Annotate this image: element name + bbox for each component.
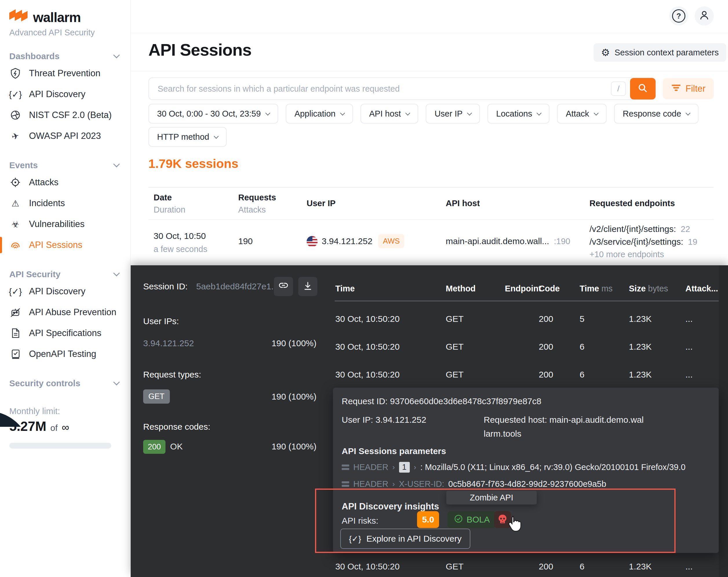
response-code-stat: 190 (100%) bbox=[271, 442, 316, 451]
user-ip-filter[interactable]: User IP bbox=[426, 104, 480, 124]
attack-filter[interactable]: Attack bbox=[557, 104, 606, 124]
sidebar-item-api-discovery[interactable]: {✓} API Discovery bbox=[9, 84, 130, 105]
api-host-filter[interactable]: API host bbox=[361, 104, 418, 124]
sidebar-item-label: NIST CSF 2.0 (Beta) bbox=[29, 110, 111, 120]
user-ip-value: 3.94.121.252 bbox=[143, 338, 194, 348]
http-method-filter[interactable]: HTTP method bbox=[148, 127, 227, 147]
section-label: API Security bbox=[9, 269, 60, 279]
person-icon bbox=[698, 9, 710, 22]
response-code-filter[interactable]: Response code bbox=[614, 104, 699, 124]
user-ips-label: User IPs: bbox=[143, 316, 179, 326]
sidebar-item-label: OpenAPI Testing bbox=[29, 349, 96, 359]
brand-subtitle: Advanced API Security bbox=[9, 28, 130, 37]
request-row[interactable]: 30 Oct, 10:50:20 GET 200 6 1.23K ... bbox=[335, 370, 719, 382]
sidebar: wallarm Advanced API Security Dashboards… bbox=[0, 0, 131, 577]
chevron-right-icon: › bbox=[392, 463, 395, 472]
cursor-pointer-icon bbox=[506, 515, 523, 535]
sidebar-item-threat-prevention[interactable]: Threat Prevention bbox=[9, 63, 130, 84]
search-input[interactable] bbox=[157, 84, 611, 94]
help-button[interactable]: ? bbox=[669, 6, 688, 26]
sidebar-section-api-security[interactable]: API Security bbox=[9, 268, 130, 281]
chevron-down-icon bbox=[594, 111, 598, 116]
shutter-icon bbox=[9, 109, 22, 121]
sidebar-item-api-specifications[interactable]: API Specifications bbox=[9, 323, 130, 344]
sidebar-section-dashboards[interactable]: Dashboards bbox=[9, 50, 130, 63]
cell-time-ms: 6 bbox=[580, 342, 584, 352]
divider bbox=[335, 301, 719, 301]
filter-chip-row-1: 30 Oct, 0:00 - 30 Oct, 23:59 Application… bbox=[148, 104, 698, 124]
chevron-down-icon bbox=[214, 134, 218, 139]
user-ip-stat: 190 (100%) bbox=[271, 338, 316, 348]
sidebar-section-security-controls[interactable]: Security controls bbox=[9, 377, 130, 390]
bola-badge[interactable]: BOLA bbox=[447, 511, 496, 528]
filter-button[interactable]: Filter bbox=[663, 78, 714, 99]
col-code: Code bbox=[539, 284, 560, 294]
scrollbar-gutter[interactable] bbox=[719, 265, 728, 577]
download-button[interactable] bbox=[298, 277, 317, 296]
session-context-parameters-button[interactable]: ⚙ Session context parameters bbox=[594, 43, 726, 62]
cell-method: GET bbox=[446, 314, 464, 324]
chip-label: User IP bbox=[435, 109, 463, 119]
braces-check-icon: {✓} bbox=[349, 534, 361, 544]
monthly-limit-label: Monthly limit: bbox=[9, 406, 130, 416]
application-filter[interactable]: Application bbox=[286, 104, 353, 124]
session-user-ip[interactable]: 3.94.121.252 bbox=[322, 236, 372, 246]
sidebar-item-label: API Specifications bbox=[29, 328, 101, 338]
api-discovery-insights-title: API Discovery insights bbox=[342, 501, 439, 512]
col-time-ms-unit: ms bbox=[601, 284, 613, 293]
robot-slash-icon bbox=[9, 307, 22, 318]
sidebar-item-api-discovery-2[interactable]: {✓} API Discovery bbox=[9, 281, 130, 302]
sidebar-item-nist-csf[interactable]: NIST CSF 2.0 (Beta) bbox=[9, 105, 130, 126]
requested-host-line1: Requested host: main-api.audit.demo.wal bbox=[484, 415, 644, 425]
explore-in-api-discovery-button[interactable]: {✓} Explore in API Discovery bbox=[340, 529, 470, 549]
more-endpoints-link[interactable]: +10 more endpoints bbox=[590, 250, 664, 259]
decorative-wedge bbox=[0, 412, 21, 428]
session-date[interactable]: 30 Oct, 10:50 bbox=[154, 231, 206, 241]
request-row[interactable]: 30 Oct, 10:50:20 GET 200 6 1.23K ... bbox=[335, 562, 719, 574]
request-row[interactable]: 30 Oct, 10:50:20 GET 200 6 1.23K ... bbox=[335, 342, 719, 355]
cell-time: 30 Oct, 10:50:20 bbox=[335, 342, 400, 352]
chevron-down-icon bbox=[686, 111, 691, 116]
locations-filter[interactable]: Locations bbox=[488, 104, 549, 124]
chip-label: Locations bbox=[496, 109, 532, 119]
request-type-row: GET 190 (100%) bbox=[143, 390, 316, 404]
filter-icon bbox=[671, 83, 681, 94]
requested-host-line2: larm.tools bbox=[484, 429, 521, 439]
copy-link-button[interactable] bbox=[274, 277, 293, 296]
account-button[interactable] bbox=[695, 6, 714, 26]
status-200-text: OK bbox=[170, 442, 183, 451]
chevron-down-icon bbox=[113, 52, 120, 58]
parameter-source-icon bbox=[342, 481, 349, 487]
endpoint-path: /v3/service/{int}/settings: bbox=[590, 237, 683, 247]
sidebar-item-label: Incidents bbox=[29, 198, 65, 208]
col-user-ip: User IP bbox=[307, 199, 336, 208]
question-icon: ? bbox=[672, 9, 685, 23]
sidebar-item-attacks[interactable]: Attacks bbox=[9, 172, 130, 193]
sidebar-item-openapi-testing[interactable]: OpenAPI Testing bbox=[9, 344, 130, 365]
date-range-filter[interactable]: 30 Oct, 0:00 - 30 Oct, 23:59 bbox=[148, 104, 278, 124]
divider bbox=[131, 71, 728, 71]
sidebar-item-owasp-api[interactable]: ✈ OWASP API 2023 bbox=[9, 126, 130, 146]
col-size-unit: bytes bbox=[648, 284, 668, 293]
cell-code: 200 bbox=[539, 370, 553, 380]
chevron-down-icon bbox=[467, 111, 472, 116]
sidebar-section-events[interactable]: Events bbox=[9, 158, 130, 172]
session-parameter-row: HEADER › X-USER-ID: 0c5b8467-f763-4d82-9… bbox=[342, 479, 606, 489]
filter-label: Filter bbox=[686, 83, 706, 94]
sidebar-item-api-sessions[interactable]: API Sessions bbox=[9, 234, 130, 255]
endpoint-line-1: /v2/client/{int}/settings: 22 bbox=[590, 224, 690, 234]
cell-time-ms: 6 bbox=[580, 370, 584, 380]
check-circle-icon bbox=[454, 514, 463, 525]
sidebar-item-api-abuse-prevention[interactable]: API Abuse Prevention bbox=[9, 302, 130, 323]
search-button[interactable] bbox=[630, 78, 655, 99]
request-row[interactable]: 30 Oct, 10:50:20 GET 200 5 1.23K ... bbox=[335, 314, 719, 327]
risk-score-badge[interactable]: 5.0 bbox=[417, 511, 439, 528]
sidebar-item-label: Vulnerabilities bbox=[29, 219, 85, 229]
response-codes-label: Response codes: bbox=[143, 422, 210, 432]
sidebar-item-vulnerabilities[interactable]: ☣ Vulnerabilities bbox=[9, 214, 130, 234]
cell-size: 1.23K bbox=[629, 370, 651, 380]
brand-logo[interactable]: wallarm bbox=[9, 9, 130, 26]
cell-code: 200 bbox=[539, 342, 553, 352]
chevron-right-icon: › bbox=[392, 480, 395, 488]
sidebar-item-incidents[interactable]: ⚠ Incidents bbox=[9, 193, 130, 214]
